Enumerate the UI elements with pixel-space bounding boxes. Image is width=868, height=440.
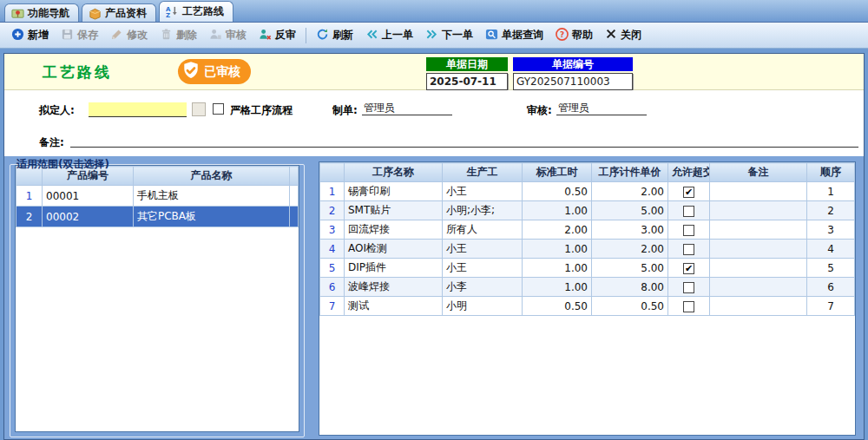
tab-product-data[interactable]: 产品资料 (82, 3, 156, 22)
process-name-header[interactable]: 工序名称 (345, 163, 443, 182)
process-name-cell[interactable]: AOI检测 (345, 240, 443, 259)
allow-over-checkbox[interactable]: ✔ (683, 263, 694, 274)
refresh-button[interactable]: 刷新 (310, 25, 359, 46)
prev-doc-button[interactable]: 上一单 (359, 25, 419, 46)
remark-cell[interactable] (710, 259, 807, 278)
filler-cell[interactable] (290, 207, 299, 227)
tab-process-route[interactable]: A Z 工艺路线 (159, 1, 233, 22)
process-name-cell[interactable]: 锡膏印刷 (345, 182, 443, 201)
process-row[interactable]: 2SMT贴片小明;小李;1.005.002 (320, 201, 855, 220)
audit-button[interactable]: 审核 (203, 25, 253, 46)
drafter-picker-button[interactable] (192, 102, 206, 116)
close-button[interactable]: 关闭 (599, 25, 648, 45)
std-hours-cell[interactable]: 1.00 (523, 259, 592, 278)
process-name-cell[interactable]: 波峰焊接 (345, 278, 443, 297)
allow-over-checkbox[interactable] (683, 282, 694, 293)
process-row[interactable]: 5DIP插件小王1.005.00✔5 (320, 259, 855, 278)
help-button[interactable]: ? 帮助 (549, 25, 599, 46)
product-name-cell[interactable]: 其它PCBA板 (134, 207, 290, 227)
product-row[interactable]: 100001手机主板 (16, 186, 299, 207)
allow-over-checkbox[interactable] (683, 244, 694, 255)
product-code-cell[interactable]: 00002 (43, 207, 134, 227)
row-number-cell[interactable]: 1 (320, 182, 345, 201)
row-number-cell[interactable]: 3 (320, 220, 345, 240)
order-header[interactable]: 顺序 (807, 163, 855, 182)
piece-price-cell[interactable]: 2.00 (592, 240, 668, 259)
product-row[interactable]: 200002其它PCBA板 (16, 207, 299, 227)
allow-over-cell[interactable] (668, 297, 710, 316)
process-row[interactable]: 3回流焊接所有人2.003.003 (320, 220, 855, 240)
order-cell[interactable]: 3 (807, 220, 855, 240)
worker-cell[interactable]: 小明 (443, 297, 523, 316)
doc-number-value[interactable]: GY202507110003 (513, 73, 633, 90)
new-button[interactable]: 新增 (5, 25, 55, 46)
allow-over-cell[interactable] (668, 278, 710, 297)
product-name-header[interactable]: 产品名称 (134, 167, 290, 186)
product-code-cell[interactable]: 00001 (43, 186, 134, 207)
allow-over-cell[interactable] (668, 220, 710, 240)
row-number-cell[interactable]: 7 (320, 297, 345, 316)
allow-over-cell[interactable]: ✔ (668, 259, 710, 278)
order-cell[interactable]: 2 (807, 201, 855, 220)
delete-button[interactable]: 删除 (154, 25, 203, 46)
save-button[interactable]: 保存 (55, 25, 104, 46)
process-row[interactable]: 4AOI检测小王1.002.004 (320, 240, 855, 259)
remark-cell[interactable] (710, 297, 807, 316)
order-cell[interactable]: 4 (807, 240, 855, 259)
remark-cell[interactable] (710, 240, 807, 259)
process-name-cell[interactable]: SMT贴片 (345, 201, 443, 220)
row-number-cell[interactable]: 1 (16, 186, 43, 207)
worker-cell[interactable]: 小王 (443, 259, 523, 278)
allow-over-checkbox[interactable]: ✔ (683, 187, 694, 198)
piece-price-cell[interactable]: 5.00 (592, 259, 668, 278)
worker-cell[interactable]: 小王 (443, 240, 523, 259)
order-cell[interactable]: 7 (807, 297, 855, 316)
piece-price-cell[interactable]: 2.00 (592, 182, 668, 201)
process-name-cell[interactable]: 测试 (345, 297, 443, 316)
process-name-cell[interactable]: 回流焊接 (345, 220, 443, 240)
allow-over-checkbox[interactable] (683, 225, 694, 236)
process-row[interactable]: 1锡膏印刷小王0.502.00✔1 (320, 182, 855, 201)
worker-cell[interactable]: 所有人 (443, 220, 523, 240)
doc-query-button[interactable]: 单据查询 (479, 25, 549, 46)
row-number-cell[interactable]: 2 (320, 201, 345, 220)
std-hours-header[interactable]: 标准工时 (523, 163, 592, 182)
remark-header[interactable]: 备注 (710, 163, 807, 182)
allow-over-checkbox[interactable] (683, 301, 694, 312)
piece-price-header[interactable]: 工序计件单价 (592, 163, 668, 182)
product-name-cell[interactable]: 手机主板 (134, 186, 290, 207)
remark-value[interactable] (70, 133, 858, 148)
process-row[interactable]: 7测试小明0.500.507 (320, 297, 855, 316)
process-name-cell[interactable]: DIP插件 (345, 259, 443, 278)
edit-button[interactable]: 修改 (104, 25, 154, 46)
filler-cell[interactable] (290, 186, 299, 207)
order-cell[interactable]: 6 (807, 278, 855, 297)
remark-cell[interactable] (710, 220, 807, 240)
piece-price-cell[interactable]: 0.50 (592, 297, 668, 316)
tab-function-nav[interactable]: 功能导航 (4, 3, 79, 22)
order-cell[interactable]: 1 (807, 182, 855, 201)
next-doc-button[interactable]: 下一单 (419, 25, 479, 46)
worker-cell[interactable]: 小王 (443, 182, 523, 201)
piece-price-cell[interactable]: 3.00 (592, 220, 668, 240)
piece-price-cell[interactable]: 5.00 (592, 201, 668, 220)
row-number-cell[interactable]: 5 (320, 259, 345, 278)
std-hours-cell[interactable]: 0.50 (523, 182, 592, 201)
row-number-cell[interactable]: 6 (320, 278, 345, 297)
row-number-cell[interactable]: 4 (320, 240, 345, 259)
unaudit-button[interactable]: 反审 (253, 25, 302, 46)
allow-over-checkbox[interactable] (683, 206, 694, 217)
process-row[interactable]: 6波峰焊接小李1.008.006 (320, 278, 855, 297)
drafter-input[interactable] (89, 102, 187, 117)
std-hours-cell[interactable]: 1.00 (523, 278, 592, 297)
piece-price-cell[interactable]: 8.00 (592, 278, 668, 297)
order-cell[interactable]: 5 (807, 259, 855, 278)
worker-cell[interactable]: 小明;小李; (443, 201, 523, 220)
remark-cell[interactable] (710, 201, 807, 220)
row-number-cell[interactable]: 2 (16, 207, 43, 227)
remark-cell[interactable] (710, 278, 807, 297)
std-hours-cell[interactable]: 0.50 (523, 297, 592, 316)
allow-over-header[interactable]: 允许超交 (668, 163, 710, 182)
allow-over-cell[interactable] (668, 201, 710, 220)
std-hours-cell[interactable]: 1.00 (523, 201, 592, 220)
